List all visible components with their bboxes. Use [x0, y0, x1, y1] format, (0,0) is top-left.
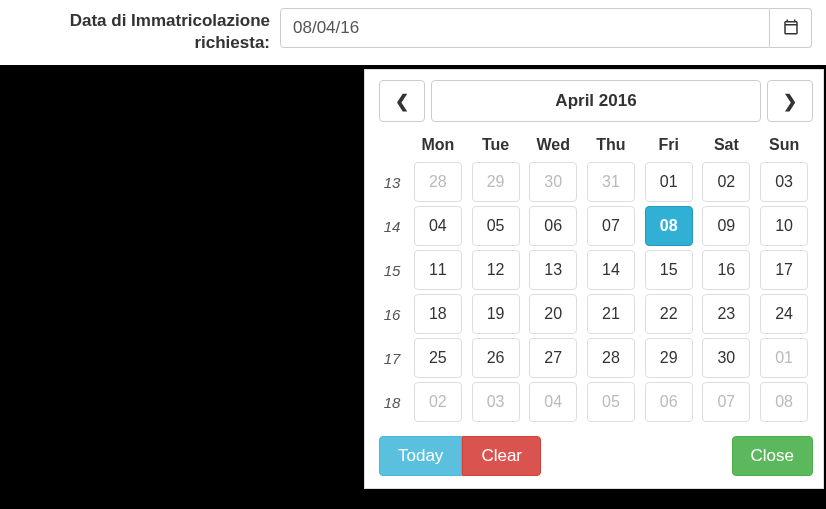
day-cell[interactable]: 24	[760, 294, 808, 334]
calendar-icon	[782, 18, 800, 39]
weekday-header: Sat	[698, 130, 756, 160]
day-cell[interactable]: 11	[414, 250, 462, 290]
day-cell[interactable]: 23	[702, 294, 750, 334]
weekday-header: Fri	[640, 130, 698, 160]
week-number: 16	[375, 292, 409, 336]
day-cell[interactable]: 31	[587, 162, 635, 202]
day-cell[interactable]: 29	[645, 338, 693, 378]
day-cell[interactable]: 04	[414, 206, 462, 246]
chevron-right-icon: ❯	[783, 91, 797, 112]
datepicker: ❮ April 2016 ❯ MonTueWedThuFriSatSun 132…	[364, 69, 824, 489]
day-cell[interactable]: 07	[587, 206, 635, 246]
calendar-row: 1404050607080910	[375, 204, 813, 248]
day-cell[interactable]: 04	[529, 382, 577, 422]
weekday-header: Thu	[582, 130, 640, 160]
day-cell[interactable]: 28	[587, 338, 635, 378]
day-cell[interactable]: 30	[702, 338, 750, 378]
datepicker-header: ❮ April 2016 ❯	[375, 80, 813, 122]
chevron-left-icon: ❮	[395, 91, 409, 112]
day-cell[interactable]: 26	[472, 338, 520, 378]
day-cell[interactable]: 27	[529, 338, 577, 378]
close-button[interactable]: Close	[732, 436, 813, 476]
day-cell[interactable]: 09	[702, 206, 750, 246]
clear-button[interactable]: Clear	[462, 436, 541, 476]
week-number: 15	[375, 248, 409, 292]
day-cell[interactable]: 05	[472, 206, 520, 246]
calendar-button[interactable]	[770, 8, 812, 48]
day-cell[interactable]: 05	[587, 382, 635, 422]
week-number: 14	[375, 204, 409, 248]
today-button[interactable]: Today	[379, 436, 462, 476]
day-cell[interactable]: 28	[414, 162, 462, 202]
datepicker-footer: Today Clear Close	[375, 436, 813, 476]
day-cell[interactable]: 12	[472, 250, 520, 290]
day-cell[interactable]: 16	[702, 250, 750, 290]
day-cell[interactable]: 29	[472, 162, 520, 202]
calendar-row: 1725262728293001	[375, 336, 813, 380]
day-cell[interactable]: 30	[529, 162, 577, 202]
calendar-row: 1328293031010203	[375, 160, 813, 204]
day-cell[interactable]: 06	[529, 206, 577, 246]
day-cell[interactable]: 25	[414, 338, 462, 378]
day-cell[interactable]: 06	[645, 382, 693, 422]
week-number: 13	[375, 160, 409, 204]
date-label: Data di Immatricolazione richiesta:	[0, 0, 280, 54]
calendar-row: 1618192021222324	[375, 292, 813, 336]
day-cell[interactable]: 14	[587, 250, 635, 290]
day-cell[interactable]: 08	[645, 206, 693, 246]
calendar-table: MonTueWedThuFriSatSun 132829303101020314…	[375, 130, 813, 424]
day-cell[interactable]: 01	[760, 338, 808, 378]
day-cell[interactable]: 20	[529, 294, 577, 334]
day-cell[interactable]: 18	[414, 294, 462, 334]
day-cell[interactable]: 10	[760, 206, 808, 246]
prev-month-button[interactable]: ❮	[379, 80, 425, 122]
day-cell[interactable]: 19	[472, 294, 520, 334]
day-cell[interactable]: 17	[760, 250, 808, 290]
day-cell[interactable]: 13	[529, 250, 577, 290]
date-input[interactable]	[280, 8, 770, 48]
month-year-button[interactable]: April 2016	[431, 80, 761, 122]
day-cell[interactable]: 08	[760, 382, 808, 422]
week-number: 17	[375, 336, 409, 380]
form-row: Data di Immatricolazione richiesta:	[0, 0, 826, 65]
day-cell[interactable]: 03	[760, 162, 808, 202]
weekday-header: Wed	[524, 130, 582, 160]
day-cell[interactable]: 01	[645, 162, 693, 202]
weekday-header: Tue	[467, 130, 525, 160]
week-number: 18	[375, 380, 409, 424]
date-input-group	[280, 8, 812, 48]
day-cell[interactable]: 15	[645, 250, 693, 290]
day-cell[interactable]: 21	[587, 294, 635, 334]
day-cell[interactable]: 02	[702, 162, 750, 202]
calendar-row: 1511121314151617	[375, 248, 813, 292]
next-month-button[interactable]: ❯	[767, 80, 813, 122]
day-cell[interactable]: 02	[414, 382, 462, 422]
day-cell[interactable]: 07	[702, 382, 750, 422]
weekday-header: Mon	[409, 130, 467, 160]
day-cell[interactable]: 22	[645, 294, 693, 334]
weekday-header: Sun	[755, 130, 813, 160]
day-cell[interactable]: 03	[472, 382, 520, 422]
calendar-row: 1802030405060708	[375, 380, 813, 424]
